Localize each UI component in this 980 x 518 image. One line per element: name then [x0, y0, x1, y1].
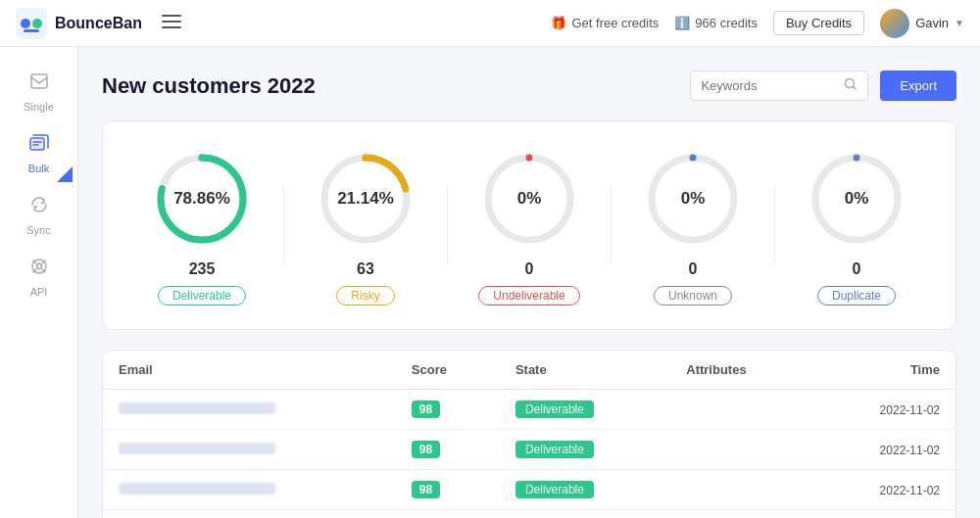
cell-attributes [670, 390, 812, 430]
svg-point-24 [854, 155, 860, 162]
table-row: 98 Deliverable 2022-11-02 [103, 470, 956, 510]
logo-icon [16, 8, 47, 39]
donut-percent-unknown: 0% [681, 189, 706, 209]
col-time: Time [813, 351, 956, 390]
sidebar-item-api[interactable]: API [6, 248, 73, 306]
logo-text: BounceBan [55, 15, 142, 32]
donut-percent-undeliverable: 0% [517, 189, 542, 209]
donut-duplicate: 0% [803, 145, 910, 253]
sidebar-item-single[interactable]: Single [6, 63, 73, 120]
data-table: Email Score State Attributes Time 98 Del… [103, 351, 956, 518]
hamburger-button[interactable] [162, 15, 181, 31]
get-free-credits-link[interactable]: 🎁 Get free credits [551, 16, 659, 30]
col-attributes: Attributes [670, 351, 812, 390]
cell-time: 2022-11-02 [813, 430, 956, 470]
table-card: Email Score State Attributes Time 98 Del… [102, 350, 956, 518]
stat-item-undeliverable: 0% 0 Undeliverable [475, 145, 583, 306]
col-state: State [500, 351, 670, 390]
stat-item-risky: 21.14% 63 Risky [312, 145, 419, 306]
cell-state: Deliverable [500, 470, 670, 510]
stat-divider [447, 186, 448, 264]
svg-rect-6 [162, 26, 181, 28]
col-score: Score [396, 351, 500, 390]
state-badge: Deliverable [515, 400, 594, 418]
cell-state: Deliverable [500, 430, 670, 470]
time-value: 2022-11-02 [880, 403, 940, 417]
cell-email [103, 470, 396, 510]
svg-point-2 [32, 19, 42, 28]
time-value: 2022-11-02 [880, 484, 940, 497]
sidebar-item-bulk[interactable]: Bulk [6, 124, 73, 182]
svg-rect-5 [162, 21, 181, 23]
stat-count-risky: 63 [357, 260, 374, 278]
sync-icon [28, 194, 50, 220]
stat-badge-unknown: Unknown [654, 286, 732, 306]
nav-right: 🎁 Get free credits ℹ️ 966 credits Buy Cr… [551, 9, 964, 38]
avatar [880, 9, 909, 38]
sidebar: Single Bulk [0, 47, 78, 518]
stat-badge-risky: Risky [336, 286, 394, 306]
donut-unknown: 0% [639, 145, 747, 253]
donut-undeliverable: 0% [475, 145, 583, 253]
svg-point-15 [199, 155, 206, 162]
stat-badge-undeliverable: Undeliverable [478, 286, 579, 306]
single-icon [28, 71, 50, 97]
search-input[interactable] [701, 78, 838, 93]
cell-state: Deliverable [500, 510, 670, 519]
cell-email [103, 390, 396, 430]
stat-badge-deliverable: Deliverable [158, 286, 246, 306]
svg-point-18 [363, 155, 369, 162]
state-badge: Deliverable [515, 481, 594, 498]
donut-percent-deliverable: 78.86% [173, 189, 230, 209]
table-row: 98 Deliverable 2022-11-02 [103, 430, 956, 470]
stat-item-deliverable: 78.86% 235 Deliverable [148, 145, 256, 306]
api-icon [28, 256, 50, 282]
svg-point-22 [690, 155, 697, 162]
stat-divider [283, 186, 284, 264]
cell-attributes [670, 430, 812, 470]
search-icon [844, 77, 858, 94]
active-indicator [57, 166, 73, 182]
stat-count-undeliverable: 0 [525, 260, 534, 278]
stat-divider [611, 186, 612, 264]
logo-area: BounceBan [16, 8, 142, 39]
score-badge: 98 [412, 400, 440, 418]
svg-point-1 [21, 19, 30, 28]
stat-count-duplicate: 0 [853, 260, 861, 278]
stat-divider [774, 186, 775, 264]
cell-email [103, 430, 396, 470]
page-header: New customers 2022 Export [102, 71, 956, 101]
top-nav: BounceBan 🎁 Get free credits ℹ️ 966 cred… [0, 0, 980, 47]
table-row: 98 Deliverable 2022-11-02 [103, 390, 956, 430]
svg-rect-8 [30, 138, 44, 150]
api-label: API [30, 286, 48, 298]
sidebar-item-sync[interactable]: Sync [6, 186, 73, 244]
email-value [119, 402, 275, 414]
score-badge: 98 [412, 441, 440, 458]
chevron-down-icon: ▼ [955, 18, 964, 28]
stat-item-unknown: 0% 0 Unknown [639, 145, 747, 306]
single-label: Single [24, 101, 54, 113]
page-title: New customers 2022 [102, 73, 316, 99]
state-badge: Deliverable [515, 441, 594, 458]
user-name: Gavin [915, 16, 949, 30]
buy-credits-button[interactable]: Buy Credits [773, 11, 864, 35]
donut-percent-risky: 21.14% [337, 189, 394, 209]
info-icon: ℹ️ [674, 16, 690, 30]
cell-time: 2022-11-02 [813, 470, 956, 510]
donut-risky: 21.14% [312, 145, 419, 253]
export-button[interactable]: Export [880, 71, 956, 101]
table-header-row: Email Score State Attributes Time [103, 351, 956, 390]
time-value: 2022-11-02 [880, 444, 940, 457]
stat-item-duplicate: 0% 0 Duplicate [803, 145, 910, 306]
cell-score: 98 [396, 470, 500, 510]
user-menu[interactable]: Gavin ▼ [880, 9, 964, 38]
stats-card: 78.86% 235 Deliverable 21.14% 63 Risky 0… [102, 120, 956, 330]
score-badge: 98 [412, 481, 440, 498]
svg-rect-0 [16, 8, 47, 39]
donut-deliverable: 78.86% [148, 145, 256, 253]
cell-time: 2022-11-02 [813, 390, 956, 430]
search-box [690, 71, 868, 101]
svg-rect-3 [24, 29, 39, 32]
cell-attributes [670, 470, 812, 510]
